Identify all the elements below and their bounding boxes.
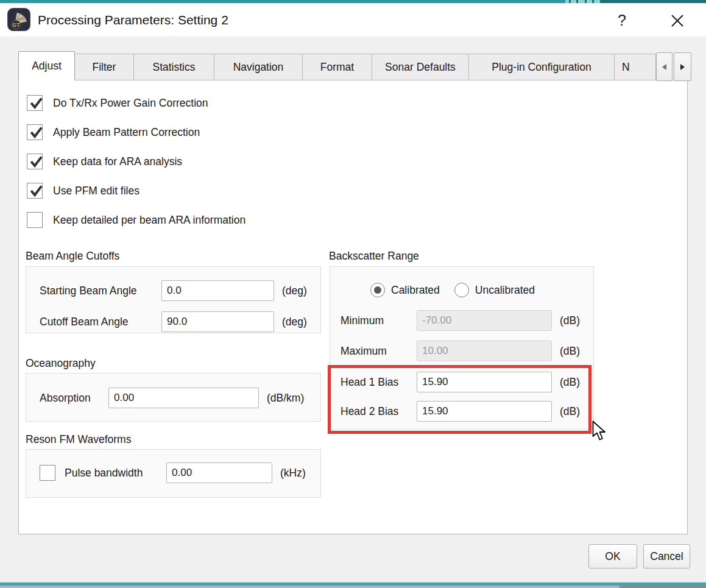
- checkbox-row-detailed-ara: Keep detailed per beam ARA information: [27, 211, 245, 229]
- highlight-rectangle: [328, 365, 591, 434]
- group-title-backscatter: Backscatter Range: [329, 250, 419, 263]
- cancel-button[interactable]: Cancel: [643, 544, 690, 569]
- field-label: Pulse bandwidth: [65, 467, 166, 480]
- title-bar: GT Processing Parameters: Setting 2 ?: [0, 3, 706, 37]
- field-row-absorption: Absorption (dB/km): [40, 387, 304, 409]
- checkbox-power-gain[interactable]: [27, 95, 43, 111]
- checkbox-row-pfm-edit: Use PFM edit files: [27, 182, 139, 200]
- field-row-pulse-bandwidth: Pulse bandwidth (kHz): [40, 462, 306, 484]
- field-label: Cutoff Beam Angle: [40, 316, 161, 328]
- calibration-radio-group: Calibrated Uncalibrated: [370, 283, 535, 297]
- field-unit: (dB): [560, 345, 580, 358]
- bottom-edge-strip: [0, 586, 706, 588]
- field-label: Absorption: [40, 392, 108, 405]
- tab-scroll-left-button[interactable]: [656, 52, 672, 81]
- absorption-input[interactable]: [108, 388, 259, 408]
- check-icon: [28, 124, 45, 141]
- checkbox-label: Keep detailed per beam ARA information: [53, 214, 245, 227]
- checkbox-row-power-gain: Do Tx/Rx Power Gain Correction: [27, 94, 208, 112]
- checkbox-row-ara-analysis: Keep data for ARA analysis: [27, 152, 182, 171]
- checkbox-detailed-ara[interactable]: [27, 212, 43, 228]
- field-unit: (deg): [282, 316, 307, 328]
- tab-format[interactable]: Format: [302, 54, 372, 80]
- field-label: Maximum: [341, 345, 417, 358]
- checkbox-label: Use PFM edit files: [53, 185, 139, 197]
- ok-button[interactable]: OK: [588, 544, 637, 569]
- checkbox-label: Do Tx/Rx Power Gain Correction: [53, 97, 208, 110]
- tab-scroll-right-button[interactable]: [674, 52, 691, 81]
- checkbox-pulse-bandwidth[interactable]: [40, 465, 55, 481]
- processing-parameters-dialog: GT Processing Parameters: Setting 2 ? Ad…: [0, 0, 706, 588]
- tab-sonar-defaults[interactable]: Sonar Defaults: [372, 54, 469, 80]
- app-icon: GT: [7, 8, 30, 31]
- tab-filter[interactable]: Filter: [74, 54, 134, 80]
- tab-adjust[interactable]: Adjust: [18, 51, 75, 80]
- field-unit: (dB): [560, 314, 580, 327]
- svg-text:GT: GT: [13, 22, 21, 28]
- tab-statistics[interactable]: Statistics: [133, 54, 214, 80]
- checkbox-ara-analysis[interactable]: [27, 154, 43, 169]
- radio-uncalibrated[interactable]: [454, 283, 469, 297]
- chevron-left-icon: [662, 63, 667, 71]
- field-row-starting-beam-angle: Starting Beam Angle (deg): [40, 280, 307, 302]
- group-title-beam-angle: Beam Angle Cutoffs: [26, 250, 119, 263]
- checkbox-label: Apply Beam Pattern Correction: [53, 126, 200, 139]
- chevron-right-icon: [680, 63, 685, 71]
- maximum-db-input: [417, 341, 552, 361]
- window-title: Processing Parameters: Setting 2: [38, 3, 228, 37]
- help-button[interactable]: ?: [611, 9, 633, 31]
- group-title-oceanography: Oceanography: [26, 357, 96, 370]
- field-unit: (dB/km): [267, 392, 304, 405]
- check-icon: [28, 182, 45, 199]
- radio-label: Calibrated: [391, 284, 440, 297]
- bottom-edge-strip-dark: [620, 586, 706, 588]
- tab-partial-clipped[interactable]: N: [614, 54, 656, 80]
- check-icon: [28, 153, 45, 170]
- close-button[interactable]: [665, 10, 690, 31]
- checkbox-beam-pattern[interactable]: [27, 124, 43, 140]
- mouse-cursor-icon: [592, 420, 608, 444]
- group-box-oceanography: Absorption (dB/km): [26, 373, 321, 422]
- cutoff-beam-angle-input[interactable]: [161, 311, 274, 332]
- minimum-db-input: [417, 310, 552, 331]
- checkbox-label: Keep data for ARA analysis: [53, 155, 182, 168]
- field-row-minimum: Minimum (dB): [341, 310, 580, 331]
- close-icon: [670, 13, 685, 28]
- check-icon: [28, 94, 45, 112]
- group-box-reson-fm: Pulse bandwidth (kHz): [26, 449, 321, 498]
- checkbox-row-beam-pattern: Apply Beam Pattern Correction: [27, 123, 200, 141]
- field-row-maximum: Maximum (dB): [341, 340, 580, 362]
- checkbox-pfm-edit[interactable]: [27, 183, 43, 199]
- field-unit: (kHz): [280, 467, 306, 480]
- starting-beam-angle-input[interactable]: [161, 280, 274, 301]
- radio-calibrated[interactable]: [370, 283, 385, 297]
- field-label: Starting Beam Angle: [40, 285, 161, 297]
- tab-navigation[interactable]: Navigation: [214, 54, 303, 80]
- tab-plugin-configuration[interactable]: Plug-in Configuration: [468, 54, 615, 80]
- field-label: Minimum: [341, 314, 417, 327]
- group-title-reson-fm: Reson FM Waveforms: [26, 433, 131, 446]
- radio-label: Uncalibrated: [475, 284, 535, 297]
- field-row-cutoff-beam-angle: Cutoff Beam Angle (deg): [40, 311, 307, 333]
- group-box-beam-angle: Starting Beam Angle (deg) Cutoff Beam An…: [26, 266, 321, 333]
- pulse-bandwidth-input[interactable]: [166, 462, 272, 483]
- field-unit: (deg): [282, 285, 307, 297]
